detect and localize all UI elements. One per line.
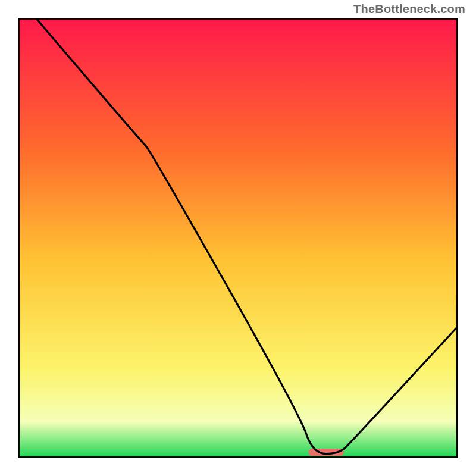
watermark-text: TheBottleneck.com xyxy=(353,2,465,16)
bottleneck-chart xyxy=(18,18,458,458)
gradient-background xyxy=(19,19,457,457)
chart-area xyxy=(18,18,458,458)
